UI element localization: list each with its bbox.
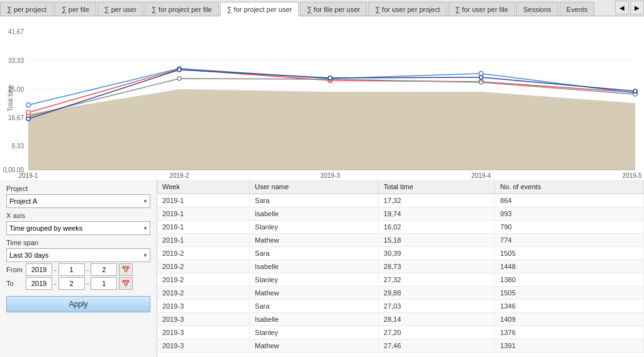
table-cell: 27,46 [379,339,495,353]
col-week: Week [157,180,250,194]
tab-per-file[interactable]: ∑ per file [55,2,96,16]
table-row: 2019-2Stanley27,321380 [157,273,644,287]
to-day-input[interactable] [91,277,117,290]
table-cell: Stanley [250,221,379,234]
table-cell: 27,20 [379,326,495,339]
svg-point-26 [177,77,181,80]
tab-prev-button[interactable]: ◀ [615,1,629,14]
timespan-select-wrap: Last 30 days [6,248,150,262]
svg-text:41,67: 41,67 [8,28,24,35]
table-row: 2019-2Mathew29,881505 [157,287,644,300]
tab-for-project-per-user[interactable]: ∑ for project per user [220,2,299,16]
table-row: 2019-1Stanley16,02790 [157,221,644,234]
table-cell: Isabelle [250,207,379,221]
tab-for-file-per-user[interactable]: ∑ for file per user [300,2,367,16]
table-cell: 2019-3 [157,313,250,326]
from-row: From - - 📅 [6,263,150,276]
table-cell: 28,73 [379,260,495,273]
table-row: 2019-1Sara17,32864 [157,194,644,207]
table-cell: 1409 [495,313,644,326]
to-year-input[interactable] [26,277,52,290]
tab-for-user-per-project[interactable]: ∑ for user per project [368,2,447,16]
chart-container: 41,67 33,33 25,00 16,67 8,33 0,00,00 Tot… [0,16,644,180]
left-panel: Project Project A X axis Time grouped by… [0,180,157,357]
table-row: 2019-3Mathew27,461391 [157,339,644,353]
table-cell: 1376 [495,326,644,339]
col-events: No. of events [495,180,644,194]
table-cell: 2019-3 [157,326,250,339]
from-year-input[interactable] [26,263,52,276]
xaxis-select[interactable]: Time grouped by weeks [6,221,150,235]
project-select-wrap: Project A [6,194,150,208]
table-cell: 2019-2 [157,273,250,287]
timespan-select[interactable]: Last 30 days [6,248,150,262]
chart-svg: 41,67 33,33 25,00 16,67 8,33 0,00,00 Tot… [0,16,644,180]
tab-per-project[interactable]: ∑ per project [0,2,53,16]
xaxis-select-wrap: Time grouped by weeks [6,221,150,235]
data-table-wrap[interactable]: Week User name Total time No. of events … [157,180,644,357]
table-row: 2019-2Sara30,391505 [157,247,644,260]
to-label: To [6,280,24,287]
table-cell: 27,32 [379,273,495,287]
svg-text:2019-4: 2019-4 [471,172,491,179]
table-cell: 19,74 [379,207,495,221]
table-cell: 774 [495,234,644,247]
table-cell: 1391 [495,339,644,353]
table-cell: Sara [250,194,379,207]
table-cell: 2019-3 [157,339,250,353]
project-select[interactable]: Project A [6,194,150,208]
svg-point-30 [26,117,30,121]
table-cell: 30,39 [379,247,495,260]
table-cell: Isabelle [250,260,379,273]
to-calendar-button[interactable]: 📅 [119,277,133,290]
table-cell: 1505 [495,247,644,260]
table-cell: 16,02 [379,221,495,234]
from-month-input[interactable] [58,263,85,276]
svg-text:2019-3: 2019-3 [320,172,340,179]
table-cell: 2019-2 [157,247,250,260]
table-cell: 1505 [495,287,644,300]
table-row: 2019-3Isabelle28,141409 [157,313,644,326]
tab-for-user-per-file[interactable]: ∑ for user per file [448,2,515,16]
col-totaltime: Total time [379,180,495,194]
svg-point-34 [633,89,637,93]
project-label: Project [6,185,150,192]
to-month-input[interactable] [58,277,85,290]
table-cell: Isabelle [250,313,379,326]
table-cell: Mathew [250,287,379,300]
from-calendar-button[interactable]: 📅 [119,263,133,276]
table-cell: 28,14 [379,313,495,326]
table-cell: 2019-3 [157,300,250,313]
table-cell: Sara [250,300,379,313]
tab-nav-buttons: ◀ ▶ [615,1,644,16]
table-cell: Mathew [250,234,379,247]
svg-point-20 [26,103,31,107]
xaxis-label: X axis [6,212,150,219]
timespan-label: Time span [6,239,150,246]
from-day-input[interactable] [91,263,117,276]
table-cell: Stanley [250,326,379,339]
table-cell: 17,32 [379,194,495,207]
table-cell: 2019-1 [157,207,250,221]
table-cell: 2019-1 [157,194,250,207]
table-cell: Mathew [250,339,379,353]
tab-next-button[interactable]: ▶ [630,1,644,14]
table-row: 2019-3Sara27,031346 [157,300,644,313]
table-cell: 2019-2 [157,287,250,300]
svg-point-31 [177,68,181,72]
tab-for-project-per-file[interactable]: ∑ for project per file [145,2,219,16]
tab-sessions[interactable]: Sessions [516,2,558,16]
table-cell: 2019-2 [157,260,250,273]
table-cell: 1448 [495,260,644,273]
tabs-bar: ∑ per project ∑ per file ∑ per user ∑ fo… [0,0,644,16]
table-cell: 1346 [495,300,644,313]
tab-per-user[interactable]: ∑ per user [97,2,143,16]
svg-text:2019-2: 2019-2 [169,172,189,179]
table-cell: 2019-1 [157,234,250,247]
apply-button[interactable]: Apply [6,296,150,312]
tab-events[interactable]: Events [560,2,595,16]
svg-point-32 [328,76,332,80]
svg-marker-14 [28,89,635,170]
table-cell: 2019-1 [157,221,250,234]
table-row: 2019-2Isabelle28,731448 [157,260,644,273]
